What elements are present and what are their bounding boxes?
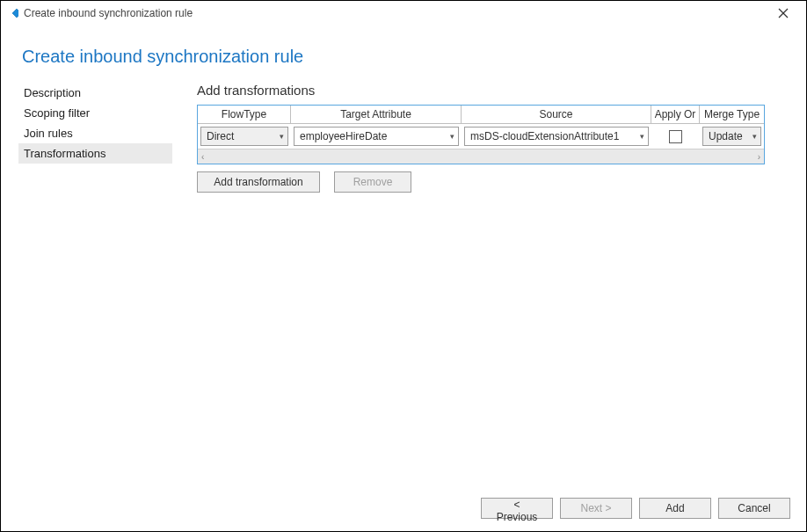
window-title: Create inbound synchronization rule [24,7,193,19]
source-dropdown[interactable]: msDS-cloudExtensionAttribute1 ▾ [464,127,649,146]
scroll-right-icon: › [758,152,760,162]
target-value: employeeHireDate [300,130,387,142]
next-button[interactable]: Next > [560,498,632,519]
previous-button[interactable]: < Previous [481,498,553,519]
remove-button[interactable]: Remove [334,171,411,193]
target-dropdown[interactable]: employeeHireDate ▾ [294,127,459,146]
merge-value: Update [709,130,743,142]
add-transformation-button[interactable]: Add transformation [197,171,320,193]
close-button[interactable] [766,1,801,26]
main-panel: Add transformations FlowType Target Attr… [172,83,807,193]
col-header-source: Source [462,106,651,124]
sidebar-item-transformations[interactable]: Transformations [18,143,172,164]
close-icon [778,8,789,18]
merge-dropdown[interactable]: Update ▾ [702,127,761,146]
chevron-down-icon: ▾ [752,132,757,141]
chevron-down-icon: ▾ [280,132,284,141]
svg-rect-0 [12,9,18,18]
wizard-footer: < Previous Next > Add Cancel [481,498,790,519]
cancel-button[interactable]: Cancel [718,498,790,519]
sidebar-item-join-rules[interactable]: Join rules [18,123,172,143]
page-title: Create inbound synchronization rule [1,26,806,83]
grid-header: FlowType Target Attribute Source Apply O… [198,106,764,124]
scroll-left-icon: ‹ [201,152,204,162]
col-header-flowtype: FlowType [198,106,291,124]
col-header-target: Target Attribute [291,106,462,124]
titlebar: Create inbound synchronization rule [1,1,806,26]
sidebar-item-scoping-filter[interactable]: Scoping filter [18,103,172,123]
applyor-checkbox[interactable] [669,130,682,143]
chevron-down-icon: ▾ [640,132,644,141]
flowtype-dropdown[interactable]: Direct ▾ [200,127,288,146]
table-row: Direct ▾ employeeHireDate ▾ msDS-cloudEx… [198,124,764,149]
flowtype-value: Direct [207,130,234,142]
sidebar-item-description[interactable]: Description [18,83,172,103]
horizontal-scrollbar[interactable]: ‹ › [198,149,764,164]
transformations-grid: FlowType Target Attribute Source Apply O… [197,105,765,164]
section-title: Add transformations [197,83,765,98]
add-button[interactable]: Add [639,498,711,519]
chevron-down-icon: ▾ [450,132,454,141]
source-value: msDS-cloudExtensionAttribute1 [470,130,619,142]
col-header-merge: Merge Type [700,106,764,124]
app-icon [6,7,18,19]
sidebar: Description Scoping filter Join rules Tr… [18,83,172,193]
col-header-applyor: Apply Or [651,106,700,124]
